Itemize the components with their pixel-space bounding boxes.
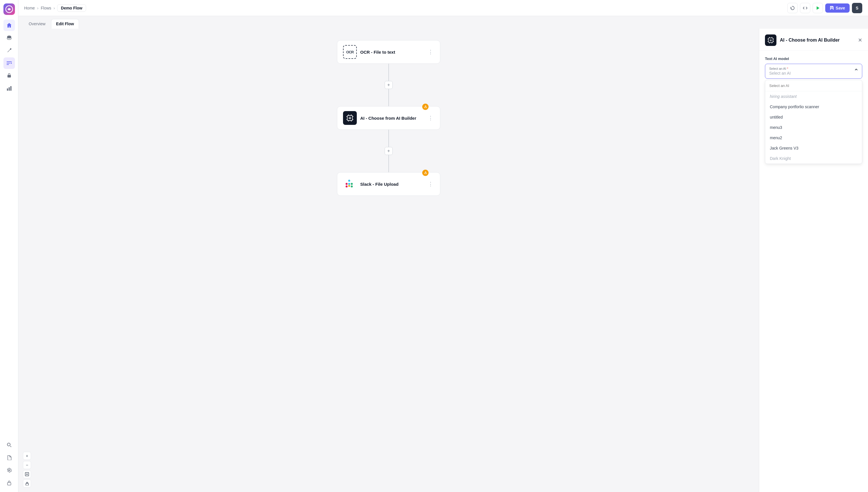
- select-chevron-icon: [854, 69, 859, 74]
- svg-rect-25: [348, 183, 350, 185]
- ocr-node-label: OCR - File to text: [360, 50, 423, 54]
- select-field-label: Select an AI *: [769, 67, 858, 70]
- svg-rect-3: [7, 75, 11, 77]
- panel-section-label: Text AI model: [765, 56, 862, 61]
- add-node-btn-2[interactable]: +: [385, 147, 393, 155]
- option-dark-label: Dark Knight: [770, 156, 791, 161]
- slack-node[interactable]: ⚠: [337, 172, 440, 196]
- svg-text:AI: AI: [770, 40, 772, 41]
- sidebar-item-flows[interactable]: [3, 57, 15, 69]
- zoom-in-btn[interactable]: +: [23, 452, 31, 460]
- sidebar-item-settings[interactable]: [3, 464, 15, 476]
- sidebar-item-database[interactable]: [3, 32, 15, 44]
- svg-rect-32: [26, 484, 28, 485]
- connector-2: +: [385, 130, 393, 172]
- tab-edit-flow[interactable]: Edit Flow: [51, 19, 79, 29]
- select-label-text: Select an AI: [769, 67, 786, 70]
- add-node-btn-1[interactable]: +: [385, 81, 393, 89]
- option-menu2-label: menu2: [770, 136, 782, 140]
- topbar: Home › Flows › Demo Flow Save S: [18, 0, 868, 16]
- ai-node-warning: ⚠: [422, 104, 428, 110]
- option-untitled-label: untitled: [770, 115, 783, 119]
- code-button[interactable]: [800, 3, 810, 13]
- canvas-wrap: OCR OCR - File to text ⋮ + ⚠: [18, 29, 868, 492]
- slack-node-warning: ⚠: [422, 170, 428, 176]
- svg-rect-6: [7, 89, 8, 91]
- dropdown-item-hiring[interactable]: hiring assistant: [765, 91, 862, 102]
- panel-header-icon: AI: [765, 34, 776, 46]
- history-button[interactable]: [787, 3, 798, 13]
- svg-rect-7: [8, 87, 10, 91]
- sidebar-item-lock[interactable]: [3, 477, 15, 489]
- svg-point-4: [8, 76, 8, 77]
- flow-container: OCR OCR - File to text ⋮ + ⚠: [337, 40, 440, 196]
- svg-point-2: [10, 63, 12, 64]
- breadcrumb-current: Demo Flow: [57, 4, 86, 12]
- sidebar-item-tools[interactable]: [3, 45, 15, 56]
- fit-btn[interactable]: [23, 470, 31, 478]
- svg-point-9: [7, 443, 10, 446]
- svg-rect-10: [7, 483, 11, 485]
- sidebar-item-docs[interactable]: [3, 452, 15, 463]
- svg-point-5: [9, 76, 10, 77]
- topbar-right: Save S: [787, 3, 862, 13]
- dropdown-search-input[interactable]: [769, 83, 858, 88]
- save-button[interactable]: Save: [825, 3, 850, 13]
- save-label: Save: [836, 6, 845, 10]
- panel-close-btn[interactable]: ✕: [858, 37, 862, 43]
- svg-marker-11: [817, 6, 819, 10]
- run-button[interactable]: [813, 3, 823, 13]
- panel-header: AI AI - Choose from AI Builder ✕: [759, 29, 868, 51]
- panel-body: Text AI model Select an AI * Select an A…: [759, 51, 868, 492]
- svg-rect-26: [348, 180, 350, 182]
- breadcrumb-home[interactable]: Home: [24, 6, 35, 10]
- sidebar: [0, 0, 18, 492]
- connector-1: +: [385, 64, 393, 106]
- connector-line-2: [388, 89, 389, 106]
- dropdown-search: [765, 80, 862, 91]
- breadcrumb-flows[interactable]: Flows: [41, 6, 51, 10]
- canvas-controls: + −: [23, 452, 31, 487]
- svg-rect-23: [346, 183, 348, 185]
- app-logo[interactable]: [3, 3, 15, 15]
- ocr-node-menu[interactable]: ⋮: [427, 48, 434, 56]
- sidebar-item-analytics[interactable]: [3, 83, 15, 94]
- ai-node[interactable]: ⚠ AI: [337, 106, 440, 130]
- svg-text:AI: AI: [349, 117, 351, 119]
- ai-node-label: AI - Choose from AI Builder: [360, 116, 423, 121]
- tabbar: Overview Edit Flow: [18, 16, 868, 29]
- select-ai-field[interactable]: Select an AI * Select an AI: [765, 64, 862, 79]
- svg-rect-27: [351, 183, 353, 185]
- flow-canvas[interactable]: OCR OCR - File to text ⋮ + ⚠: [18, 29, 759, 492]
- dropdown-item-menu3[interactable]: menu3: [765, 122, 862, 132]
- svg-rect-28: [351, 186, 353, 188]
- dropdown-item-jack[interactable]: Jack Greens V3: [765, 143, 862, 153]
- sidebar-item-search[interactable]: [3, 439, 15, 451]
- option-menu3-label: menu3: [770, 125, 782, 130]
- select-value: Select an AI: [769, 71, 858, 75]
- main-area: Home › Flows › Demo Flow Save S Overview: [18, 0, 868, 492]
- ai-node-menu[interactable]: ⋮: [427, 114, 434, 122]
- option-jack-label: Jack Greens V3: [770, 146, 798, 150]
- zoom-out-btn[interactable]: −: [23, 461, 31, 469]
- slack-node-icon: [343, 177, 357, 191]
- dropdown-item-menu2[interactable]: menu2: [765, 132, 862, 143]
- option-company-label: Company portforlio scanner: [770, 104, 819, 109]
- connector-line-4: [388, 155, 389, 172]
- right-panel: AI AI - Choose from AI Builder ✕ Text AI…: [759, 29, 868, 492]
- tab-overview[interactable]: Overview: [24, 19, 50, 29]
- dropdown-item-untitled[interactable]: untitled: [765, 112, 862, 122]
- sidebar-item-home[interactable]: [3, 20, 15, 31]
- option-hiring-label: hiring assistant: [770, 94, 796, 99]
- slack-node-menu[interactable]: ⋮: [427, 180, 434, 188]
- breadcrumb-sep-1: ›: [37, 6, 39, 10]
- dropdown-item-dark[interactable]: Dark Knight: [765, 153, 862, 164]
- svg-rect-8: [10, 86, 11, 91]
- ocr-node[interactable]: OCR OCR - File to text ⋮: [337, 40, 440, 64]
- lock-canvas-btn[interactable]: [23, 479, 31, 487]
- user-avatar[interactable]: S: [852, 3, 862, 13]
- sidebar-item-agents[interactable]: [3, 70, 15, 81]
- dropdown-item-company[interactable]: Company portforlio scanner: [765, 102, 862, 112]
- connector-line-3: [388, 130, 389, 147]
- ai-dropdown: hiring assistant Company portforlio scan…: [765, 80, 862, 164]
